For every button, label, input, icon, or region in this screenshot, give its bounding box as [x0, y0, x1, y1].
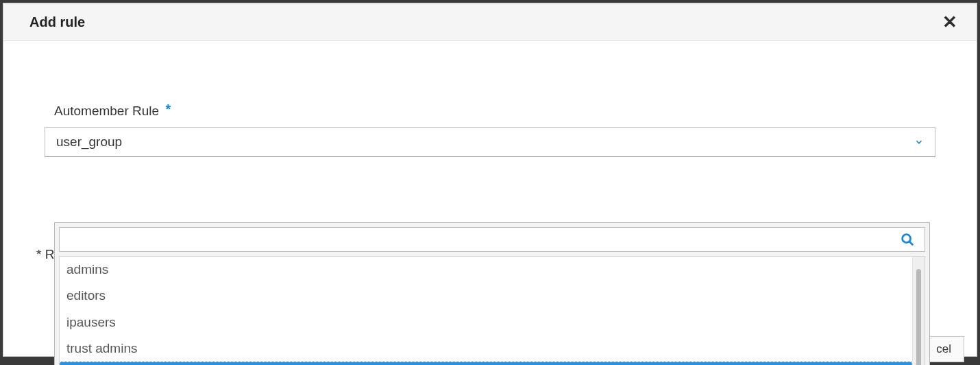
dropdown-options-list: adminseditorsipauserstrust adminsuser_gr…	[60, 257, 912, 365]
svg-line-1	[909, 242, 913, 245]
dialog-body: Automember Rule * user_group * Re cel	[3, 41, 977, 157]
dropdown-option[interactable]: user_group	[60, 362, 912, 365]
search-icon[interactable]	[900, 232, 915, 247]
automember-rule-select[interactable]: user_group	[45, 127, 935, 157]
dropdown-option[interactable]: admins	[60, 257, 912, 283]
scrollbar-thumb[interactable]	[916, 269, 921, 365]
dialog-header: Add rule ✕	[3, 3, 977, 41]
automember-dropdown-panel: adminseditorsipauserstrust adminsuser_gr…	[54, 222, 930, 365]
dropdown-option[interactable]: ipausers	[60, 309, 912, 335]
select-current-value: user_group	[56, 134, 122, 150]
close-icon[interactable]: ✕	[942, 13, 957, 31]
chevron-down-icon	[914, 137, 924, 147]
dropdown-search-wrap	[59, 227, 925, 252]
dropdown-option[interactable]: editors	[60, 283, 912, 309]
dialog-title: Add rule	[29, 14, 85, 30]
automember-rule-label: Automember Rule *	[54, 103, 935, 119]
field-label-text: Automember Rule	[54, 104, 159, 118]
svg-point-0	[903, 235, 911, 243]
dropdown-options-wrap: adminseditorsipauserstrust adminsuser_gr…	[59, 256, 925, 365]
dropdown-option[interactable]: trust admins	[60, 335, 912, 362]
required-asterisk-icon: *	[165, 102, 171, 117]
dropdown-scrollbar[interactable]	[912, 257, 924, 365]
add-rule-dialog: Add rule ✕ Automember Rule * user_group …	[3, 3, 977, 357]
dropdown-search-input[interactable]	[68, 232, 900, 247]
